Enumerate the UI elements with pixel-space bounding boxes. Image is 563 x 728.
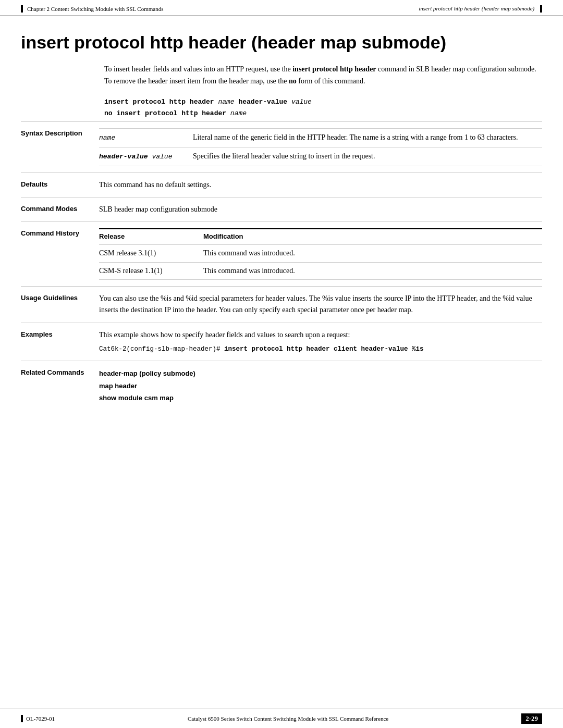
intro-bold1: insert protocol http header bbox=[292, 65, 376, 73]
header-chapter: Chapter 2 Content Switching Module with … bbox=[27, 6, 163, 12]
syntax-table: name Literal name of the generic field i… bbox=[99, 128, 542, 166]
syntax-cmd1-italic2: value bbox=[291, 98, 312, 106]
history-col-modification: Modification bbox=[203, 229, 542, 244]
main-content: To insert header fields and values into … bbox=[0, 64, 563, 410]
syntax-row-2: header-value value Specifies the literal… bbox=[99, 147, 542, 166]
syntax-term-2: header-value value bbox=[99, 147, 193, 166]
command-history-label: Command History bbox=[21, 228, 99, 280]
intro-bold2: no bbox=[289, 77, 297, 85]
footer-ol: OL-7029-01 bbox=[26, 715, 55, 722]
history-row: CSM release 3.1(1)This command was intro… bbox=[99, 245, 542, 262]
syntax-description-label: Syntax Description bbox=[21, 128, 99, 166]
syntax-term-headervalue: header-value bbox=[99, 153, 148, 161]
syntax-line-2: no insert protocol http header name bbox=[104, 109, 542, 117]
code-prefix: Cat6k-2(config-slb-map-header)# bbox=[99, 346, 224, 353]
footer-page-number: 2-29 bbox=[521, 713, 542, 724]
related-commands-label: Related Commands bbox=[21, 367, 99, 404]
syntax-desc-2: Specifies the literal header value strin… bbox=[193, 147, 542, 166]
defaults-text: This command has no default settings. bbox=[99, 181, 211, 189]
footer-left: OL-7029-01 bbox=[21, 715, 55, 722]
footer-center: Catalyst 6500 Series Switch Content Swit… bbox=[55, 715, 521, 722]
intro-text1: To insert header fields and values into … bbox=[104, 65, 292, 73]
history-modification: This command was introduced. bbox=[203, 262, 542, 279]
history-row: CSM-S release 1.1(1)This command was int… bbox=[99, 262, 542, 279]
command-history-section: Command History Release Modification CSM… bbox=[21, 221, 542, 286]
footer-bar-icon bbox=[21, 715, 23, 722]
related-commands-section: Related Commands header-map (policy subm… bbox=[21, 361, 542, 410]
history-col-release: Release bbox=[99, 229, 203, 244]
usage-guidelines-content: You can also use the %is and %id special… bbox=[99, 293, 542, 316]
code-command: insert protocol http header client heade… bbox=[224, 346, 424, 353]
syntax-block: insert protocol http header name header-… bbox=[104, 97, 542, 117]
defaults-section: Defaults This command has no default set… bbox=[21, 172, 542, 197]
history-release: CSM-S release 1.1(1) bbox=[99, 262, 203, 279]
command-modes-label: Command Modes bbox=[21, 204, 99, 215]
defaults-content: This command has no default settings. bbox=[99, 179, 542, 191]
header-right-text: insert protocol http header (header map … bbox=[419, 5, 534, 11]
syntax-line-1: insert protocol http header name header-… bbox=[104, 97, 542, 106]
examples-section: Examples This example shows how to speci… bbox=[21, 323, 542, 361]
syntax-term-name: name bbox=[99, 134, 115, 142]
syntax-term-1: name bbox=[99, 129, 193, 147]
syntax-cmd1-bold2: header-value bbox=[235, 98, 291, 106]
syntax-cmd2-italic: name bbox=[230, 109, 247, 117]
command-modes-text: SLB header map configuration submode bbox=[99, 205, 217, 213]
history-table: Release Modification CSM release 3.1(1)T… bbox=[99, 228, 542, 280]
usage-guidelines-text: You can also use the %is and %id special… bbox=[99, 294, 532, 314]
syntax-description-section: Syntax Description name Literal name of … bbox=[21, 121, 542, 172]
syntax-cmd1-bold1: insert protocol http header bbox=[104, 98, 218, 106]
header-left: Chapter 2 Content Switching Module with … bbox=[21, 5, 163, 13]
history-header-row: Release Modification bbox=[99, 229, 542, 244]
header-right: insert protocol http header (header map … bbox=[419, 5, 542, 13]
examples-content: This example shows how to specify header… bbox=[99, 329, 542, 354]
related-commands-content: header-map (policy submode)map headersho… bbox=[99, 367, 542, 404]
page-header: Chapter 2 Content Switching Module with … bbox=[0, 0, 563, 16]
intro-paragraph: To insert header fields and values into … bbox=[104, 64, 542, 87]
examples-label: Examples bbox=[21, 329, 99, 354]
syntax-term-value: value bbox=[148, 153, 173, 161]
examples-intro: This example shows how to specify header… bbox=[99, 331, 350, 339]
intro-text3: form of this command. bbox=[297, 77, 365, 85]
syntax-desc-1: Literal name of the generic field in the… bbox=[193, 129, 542, 147]
syntax-description-content: name Literal name of the generic field i… bbox=[99, 128, 542, 166]
usage-guidelines-label: Usage Guidelines bbox=[21, 293, 99, 316]
syntax-cmd2-bold: no insert protocol http header bbox=[104, 109, 230, 117]
syntax-cmd1-italic: name bbox=[218, 98, 234, 106]
command-modes-section: Command Modes SLB header map configurati… bbox=[21, 197, 542, 221]
command-modes-content: SLB header map configuration submode bbox=[99, 204, 542, 215]
defaults-label: Defaults bbox=[21, 179, 99, 191]
history-release: CSM release 3.1(1) bbox=[99, 245, 203, 262]
usage-guidelines-section: Usage Guidelines You can also use the %i… bbox=[21, 286, 542, 323]
related-command-item: header-map (policy submode) bbox=[99, 367, 542, 379]
page-title: insert protocol http header (header map … bbox=[0, 16, 563, 64]
header-bar-icon bbox=[21, 5, 23, 13]
syntax-row-1: name Literal name of the generic field i… bbox=[99, 129, 542, 147]
header-bar-right-icon bbox=[540, 5, 542, 13]
related-command-item: map header bbox=[99, 380, 542, 392]
history-modification: This command was introduced. bbox=[203, 245, 542, 262]
command-history-content: Release Modification CSM release 3.1(1)T… bbox=[99, 228, 542, 280]
related-command-item: show module csm map bbox=[99, 392, 542, 404]
page-footer: OL-7029-01 Catalyst 6500 Series Switch C… bbox=[0, 709, 563, 728]
related-commands-list: header-map (policy submode)map headersho… bbox=[99, 367, 542, 404]
examples-code: Cat6k-2(config-slb-map-header)# insert p… bbox=[99, 344, 542, 354]
